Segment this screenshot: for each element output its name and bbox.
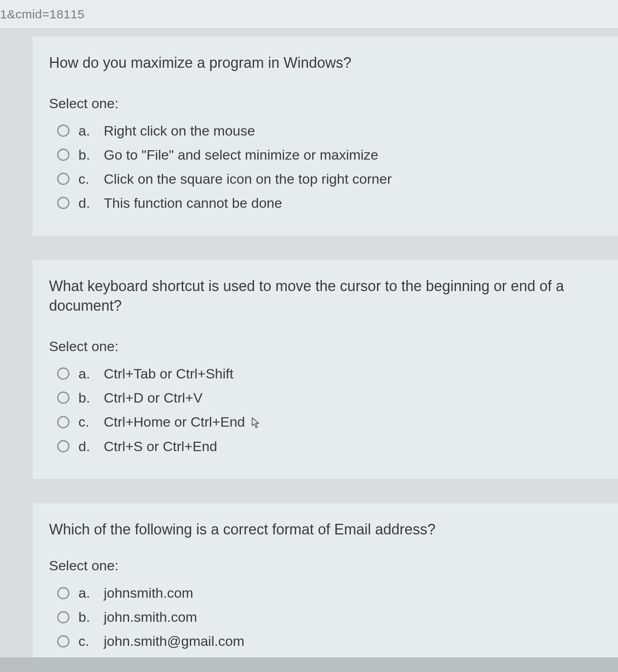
radio-icon[interactable]: [57, 149, 69, 161]
select-one-label: Select one:: [49, 96, 602, 111]
select-one-label: Select one:: [49, 338, 602, 354]
option-text: Go to "File" and select minimize or maxi…: [104, 147, 602, 163]
option-text: This function cannot be done: [104, 195, 602, 211]
question-card: Which of the following is a correct form…: [33, 503, 618, 658]
question-prompt: Which of the following is a correct form…: [49, 520, 602, 540]
option-letter: c.: [78, 414, 95, 430]
question-card: How do you maximize a program in Windows…: [33, 37, 618, 236]
radio-icon[interactable]: [57, 367, 69, 380]
cursor-icon: [251, 416, 262, 430]
radio-icon[interactable]: [57, 416, 69, 428]
sidebar-fragment: [0, 29, 12, 657]
select-one-label: Select one:: [49, 558, 602, 574]
quiz-page: How do you maximize a program in Windows…: [0, 29, 618, 657]
option-text: john.smith.com: [104, 609, 602, 625]
option-letter: c.: [78, 633, 95, 649]
radio-icon[interactable]: [57, 392, 69, 404]
option-row[interactable]: b. Go to "File" and select minimize or m…: [49, 143, 602, 167]
option-text: Ctrl+Home or Ctrl+End: [104, 414, 602, 430]
option-row[interactable]: d. Ctrl+S or Ctrl+End: [49, 434, 602, 458]
question-prompt: What keyboard shortcut is used to move t…: [49, 276, 602, 316]
option-text: Click on the square icon on the top righ…: [104, 171, 602, 187]
option-text: Ctrl+S or Ctrl+End: [104, 438, 602, 454]
options-list: a. Right click on the mouse b. Go to "Fi…: [49, 119, 602, 215]
option-letter: d.: [78, 438, 95, 454]
option-letter: a.: [78, 123, 95, 139]
option-text: john.smith@gmail.com: [104, 633, 602, 649]
url-text: 1&cmid=18115: [0, 7, 85, 21]
option-row[interactable]: c. john.smith@gmail.com: [49, 629, 602, 653]
option-row[interactable]: d. This function cannot be done: [49, 191, 602, 215]
option-letter: c.: [78, 171, 95, 187]
radio-icon[interactable]: [57, 125, 69, 137]
options-list: a. Ctrl+Tab or Ctrl+Shift b. Ctrl+D or C…: [49, 362, 602, 458]
option-text: johnsmith.com: [104, 585, 602, 601]
option-row[interactable]: c. Click on the square icon on the top r…: [49, 167, 602, 191]
option-letter: b.: [78, 390, 95, 406]
radio-icon[interactable]: [57, 440, 69, 452]
option-row[interactable]: b. Ctrl+D or Ctrl+V: [49, 386, 602, 410]
question-card: What keyboard shortcut is used to move t…: [33, 260, 618, 479]
option-letter: b.: [78, 147, 95, 163]
option-text: Ctrl+Tab or Ctrl+Shift: [104, 366, 602, 382]
option-letter: a.: [78, 366, 95, 382]
url-fragment: 1&cmid=18115: [0, 0, 618, 29]
radio-icon[interactable]: [57, 173, 69, 185]
option-letter: a.: [78, 585, 95, 601]
option-text: Ctrl+D or Ctrl+V: [104, 390, 602, 406]
radio-icon[interactable]: [57, 197, 69, 209]
option-row[interactable]: a. Right click on the mouse: [49, 119, 602, 143]
option-row[interactable]: b. john.smith.com: [49, 605, 602, 629]
option-text: Right click on the mouse: [104, 123, 602, 139]
option-row[interactable]: c. Ctrl+Home or Ctrl+End: [49, 410, 602, 434]
radio-icon[interactable]: [57, 587, 69, 599]
radio-icon[interactable]: [57, 611, 69, 623]
option-letter: b.: [78, 609, 95, 625]
option-row[interactable]: a. johnsmith.com: [49, 581, 602, 605]
question-list: How do you maximize a program in Windows…: [12, 29, 618, 657]
option-text-inner: Ctrl+Home or Ctrl+End: [104, 414, 245, 429]
option-letter: d.: [78, 195, 95, 211]
options-list: a. johnsmith.com b. john.smith.com c. jo…: [49, 581, 602, 653]
option-row[interactable]: a. Ctrl+Tab or Ctrl+Shift: [49, 362, 602, 386]
radio-icon[interactable]: [57, 635, 69, 648]
question-prompt: How do you maximize a program in Windows…: [49, 53, 602, 73]
